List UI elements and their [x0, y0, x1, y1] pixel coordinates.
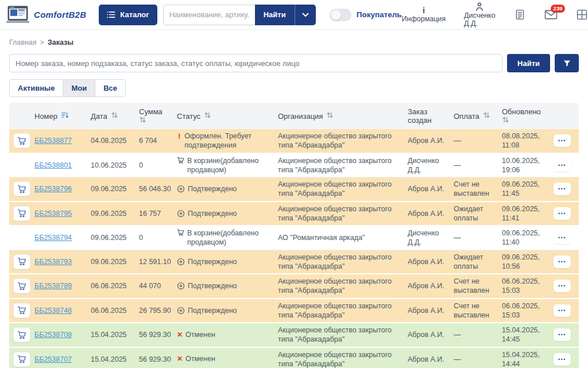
order-number-link[interactable]: ББ2538789 — [34, 282, 72, 290]
plus-circle-icon — [177, 282, 185, 290]
order-sum: 56 046.30 — [139, 182, 177, 196]
apps-grid-button[interactable] — [576, 9, 588, 21]
order-number-link[interactable]: ББ2538794 — [34, 234, 72, 242]
information-menu-item[interactable]: i Информация — [402, 6, 446, 23]
column-label: Сумма — [139, 107, 163, 116]
sort-icon — [502, 116, 509, 123]
cart-status-icon — [177, 157, 184, 164]
column-header-Обновлено[interactable]: Обновлено — [502, 107, 554, 125]
add-to-cart-button[interactable] — [13, 206, 30, 221]
created-by: Абров А.И. — [408, 207, 454, 220]
order-date: 09.06.2025 — [91, 182, 139, 196]
order-filter-bar: Найти — [0, 51, 588, 75]
documents-button[interactable] — [514, 9, 526, 21]
row-actions-button[interactable]: ••• — [554, 231, 571, 244]
order-number-link[interactable]: ББ2538748 — [34, 307, 72, 315]
organization: Акционерное общество закрытого типа "Абр… — [278, 299, 408, 323]
order-number-cell: ББ2538708 — [34, 328, 91, 342]
add-to-cart-button[interactable] — [13, 327, 30, 342]
column-header-Статус[interactable]: Статус — [177, 111, 278, 121]
row-actions-button[interactable]: ••• — [554, 207, 571, 220]
order-sum: 12 591.10 — [139, 255, 177, 269]
filter-button[interactable] — [555, 54, 579, 72]
order-number-link[interactable]: ББ2538795 — [34, 210, 72, 218]
add-to-cart-button[interactable] — [13, 303, 30, 318]
status-label: Подтверждено — [188, 184, 237, 193]
breadcrumb-home-link[interactable]: Главная — [9, 38, 37, 47]
tab-Мои[interactable]: Мои — [63, 80, 95, 96]
actions-cell: ••• — [554, 328, 579, 341]
cart-cell — [9, 181, 34, 196]
buyer-toggle[interactable] — [330, 9, 351, 21]
status-label: В корзине(добавлено продавцом) — [187, 156, 272, 175]
payment-status: Счет не выставлен — [454, 299, 502, 323]
created-by: Абров А.И. — [408, 134, 454, 148]
user-menu-item[interactable]: Дисченко Д.Д. — [464, 2, 496, 28]
status-label: Подтверждено — [188, 209, 237, 218]
tab-Активные[interactable]: Активные — [10, 80, 63, 96]
add-to-cart-button[interactable] — [13, 254, 30, 269]
column-label: Дата — [91, 112, 107, 121]
add-to-cart-button[interactable] — [13, 352, 30, 367]
column-header-Организация[interactable]: Организация — [278, 111, 408, 121]
column-header-Оплата[interactable]: Оплата — [454, 111, 502, 121]
product-search-button[interactable]: Найти — [255, 5, 295, 25]
order-search-input[interactable] — [9, 54, 502, 72]
order-number-link[interactable]: ББ2538707 — [34, 355, 72, 363]
row-actions-button[interactable]: ••• — [554, 255, 571, 268]
catalog-button[interactable]: Каталог — [99, 5, 157, 25]
notebook-icon — [514, 9, 526, 21]
order-sum: 0 — [139, 158, 177, 172]
information-label: Информация — [402, 15, 446, 23]
order-date: 10.06.2025 — [91, 158, 139, 172]
status-label: Подтверждено — [188, 281, 237, 290]
column-header-Номер[interactable]: Номер — [34, 111, 91, 121]
status-label: Подтверждено — [188, 257, 237, 266]
table-row: ББ253887704.08.20256 704!Оформлен. Требу… — [9, 129, 579, 154]
order-number-link[interactable]: ББ2538801 — [34, 161, 72, 169]
order-status: В корзине(добавлено продавцом) — [177, 226, 278, 250]
row-actions-button[interactable]: ••• — [554, 353, 571, 366]
order-number-link[interactable]: ББ2538793 — [34, 258, 72, 266]
tab-Все[interactable]: Все — [95, 80, 125, 96]
search-options-button[interactable] — [295, 5, 316, 25]
cart-status-icon — [177, 229, 184, 236]
add-to-cart-button[interactable] — [13, 181, 30, 196]
row-actions-button[interactable]: ••• — [554, 304, 571, 317]
column-header-Сумма[interactable]: Сумма — [139, 107, 177, 125]
payment-status: — — [454, 352, 502, 366]
row-actions-button[interactable]: ••• — [554, 280, 571, 292]
payment-status: — — [454, 231, 502, 245]
cart-status-icon — [177, 229, 184, 236]
row-actions-button[interactable]: ••• — [554, 159, 571, 172]
add-to-cart-button[interactable] — [13, 278, 30, 293]
cart-cell — [9, 206, 34, 221]
row-actions-button[interactable]: ••• — [554, 134, 571, 147]
chevron-down-icon — [302, 13, 309, 17]
cart-icon — [17, 185, 26, 193]
messages-button[interactable]: 239 — [544, 9, 558, 20]
order-status: В корзине(добавлено продавцом) — [177, 154, 278, 177]
created-by: Абров А.И. — [408, 255, 454, 269]
order-number-link[interactable]: ББ2538877 — [34, 137, 72, 145]
sort-control — [111, 111, 118, 121]
add-to-cart-button[interactable] — [13, 133, 30, 148]
row-actions-button[interactable]: ••• — [554, 183, 571, 195]
organization: Акционерное общество закрытого типа "Абр… — [278, 202, 408, 226]
column-header-Дата[interactable]: Дата — [91, 111, 139, 121]
organization: Акционерное общество закрытого типа "Абр… — [278, 274, 408, 298]
cart-cell — [9, 303, 34, 318]
sort-control — [61, 111, 69, 121]
order-number-link[interactable]: ББ2538708 — [34, 331, 72, 339]
order-search-button[interactable]: Найти — [507, 54, 550, 72]
row-actions-button[interactable]: ••• — [554, 328, 571, 341]
monitor-logo-icon — [6, 5, 30, 25]
product-search-input[interactable] — [163, 5, 255, 25]
payment-status: Ожидает оплаты — [454, 202, 502, 226]
sort-desc-icon — [61, 111, 69, 119]
order-number-cell: ББ2538789 — [34, 279, 91, 293]
order-date: 06.06.2025 — [91, 279, 139, 293]
order-number-link[interactable]: ББ2538796 — [34, 185, 72, 193]
status-label: В корзине(добавлено продавцом) — [187, 228, 272, 247]
cart-status-icon — [177, 157, 184, 164]
